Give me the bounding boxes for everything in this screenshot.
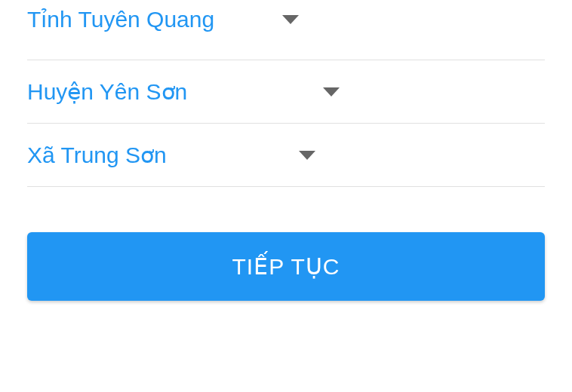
chevron-down-icon	[282, 15, 299, 24]
location-selector-form: Tỉnh Tuyên Quang Huyện Yên Sơn Xã Trung …	[0, 0, 572, 301]
province-value: Tỉnh Tuyên Quang	[27, 6, 214, 32]
chevron-down-icon	[299, 151, 315, 160]
button-container: TIẾP TỤC	[27, 187, 545, 301]
commune-value: Xã Trung Sơn	[27, 142, 167, 168]
continue-button[interactable]: TIẾP TỤC	[27, 232, 545, 301]
province-dropdown[interactable]: Tỉnh Tuyên Quang	[27, 0, 545, 60]
commune-dropdown[interactable]: Xã Trung Sơn	[27, 124, 545, 187]
district-value: Huyện Yên Sơn	[27, 78, 187, 105]
chevron-down-icon	[323, 87, 340, 96]
district-dropdown[interactable]: Huyện Yên Sơn	[27, 60, 545, 124]
